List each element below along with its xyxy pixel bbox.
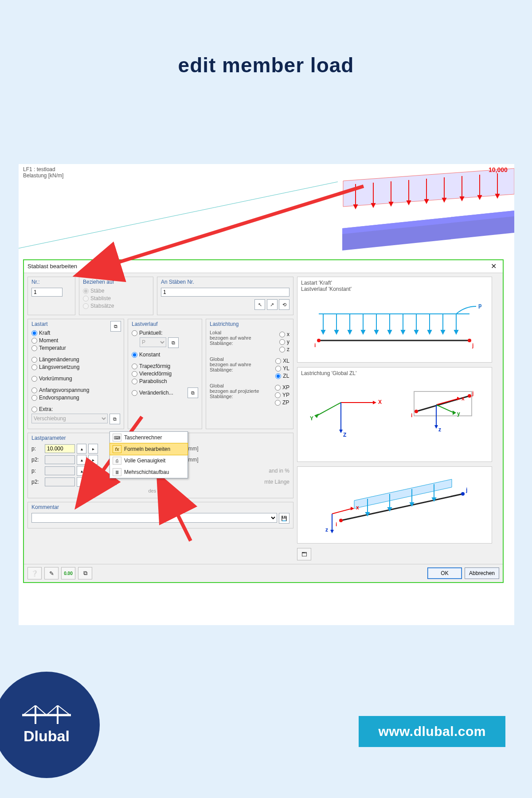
dir-x[interactable]: x [279,331,289,337]
lt-moment[interactable]: Moment [31,337,120,344]
lt-extra[interactable]: Extra: [31,406,120,412]
svg-marker-36 [401,330,405,334]
dir-xp[interactable]: XP [275,384,289,391]
ctx-full[interactable]: ⎙ Volle Genauigkeit [110,455,188,466]
refer-list: Stabliste [83,295,149,301]
close-icon[interactable]: ✕ [488,260,499,273]
punkt-info-icon[interactable]: ⧉ [168,337,179,348]
svg-marker-38 [415,330,418,334]
brand-url: www.dlubal.com [359,716,505,747]
svg-marker-24 [321,330,325,334]
lt-laengsv[interactable]: Längsversetzung [31,364,120,370]
help-icon[interactable]: ❔ [27,567,42,579]
mm1: [mm] [187,446,199,452]
ctx-calc[interactable]: ⌨ Taschenrechner [110,432,188,443]
units-icon[interactable]: 0.00 [61,567,75,579]
dir-zp[interactable]: ZP [275,399,289,406]
load-value-label: 10,000 [489,166,508,173]
svg-text:j: j [472,342,473,348]
note-pct: and in % [269,468,289,474]
edit-icon[interactable]: ✎ [44,567,59,579]
lv-trapez[interactable]: Trapezförmig [132,363,198,369]
svg-line-0 [19,182,338,248]
punkt-combo: P [140,337,166,347]
svg-marker-93 [330,530,334,533]
dir-xl[interactable]: XL [275,358,289,364]
svg-line-105 [58,705,70,715]
svg-marker-15 [442,198,446,202]
ok-button[interactable]: OK [427,567,462,579]
dialog-footer: ❔ ✎ 0.00 ⧉ OK Abbrechen [24,564,503,582]
svg-text:j: j [472,390,473,396]
note-stab: des Stabes [31,488,289,493]
nr-input[interactable] [31,288,63,297]
pick-icon[interactable]: ↖ [254,299,265,310]
veraend-edit-icon[interactable]: ⧉ [188,387,198,398]
p2-spin-icon: ▴ [77,455,86,465]
lt-endvor[interactable]: Endvorspannung [31,395,120,401]
dir-yp[interactable]: YP [275,392,289,398]
calculator-icon: ⌨ [113,434,121,442]
p-spin-up-icon[interactable]: ▴ [77,444,86,454]
lv-parab[interactable]: Parabolisch [132,378,198,384]
svg-point-76 [339,519,343,522]
svg-marker-7 [372,203,375,207]
lt-temp[interactable]: Temperatur [31,345,120,351]
note-len: mte Länge [264,479,289,485]
svg-marker-52 [373,401,376,404]
apply-icon[interactable]: 🗔 [297,548,311,560]
details-icon[interactable]: ⧉ [78,567,92,579]
loadtype-info-icon[interactable]: ⧉ [110,321,121,332]
svg-marker-58 [339,430,343,433]
svg-marker-73 [434,425,438,429]
pick2-icon[interactable]: ↗ [267,299,278,310]
svg-line-102 [23,705,35,715]
p2-input [45,455,75,464]
mm2: [mm] [187,457,199,463]
lv-konst[interactable]: Konstant [132,352,198,358]
cancel-button[interactable]: Abbrechen [465,567,499,579]
comment-input[interactable] [31,513,277,523]
svg-text:Y: Y [310,415,313,422]
onmembers-input[interactable] [161,288,289,297]
p-context-menu: ⌨ Taschenrechner fx Formeln bearbeiten ⎙… [110,431,188,478]
p-menu-icon[interactable]: ▸ [88,444,98,454]
nr-caption: Nr.: [31,279,71,285]
dir-zl[interactable]: ZL [275,373,289,379]
svg-point-47 [317,339,321,342]
refer-sets: Stabsätze [83,303,149,309]
dialog-titlebar: Stablast bearbeiten ✕ [24,260,503,273]
comment-caption: Kommentar [31,504,289,510]
richtung-caption: Lastrichtung [210,321,289,327]
svg-marker-42 [441,330,445,334]
comment-save-icon[interactable]: 💾 [279,513,289,524]
precision-icon: ⎙ [113,457,121,465]
brand-name: Dlubal [23,728,70,745]
svg-text:z: z [438,426,441,433]
lt-laengen[interactable]: Längenänderung [31,356,120,363]
lv-viereck[interactable]: Viereckförmig [132,371,198,377]
dir-y[interactable]: y [279,339,289,345]
dir-z[interactable]: z [279,346,289,352]
lt-vorkr[interactable]: Vorkrümmung [31,376,120,382]
svg-text:z: z [325,527,328,533]
ctx-multi[interactable]: ≣ Mehrschichtaufbau [110,466,188,478]
svg-point-48 [468,339,471,342]
extra-combo: Verschiebung [31,414,108,423]
svg-marker-90 [351,507,354,510]
p-input[interactable] [45,444,75,453]
dir-yl[interactable]: YL [275,365,289,372]
svg-marker-11 [407,201,411,204]
lv-punkt[interactable]: Punktuell: [132,330,198,336]
preview-member: i j x z [297,466,492,544]
refer-members: Stäbe [83,288,149,294]
lt-kraft[interactable]: Kraft [31,330,120,336]
ctx-formula[interactable]: fx Formeln bearbeiten [110,443,188,455]
undo-icon[interactable]: ⟲ [279,299,289,310]
svg-text:i: i [336,521,337,528]
svg-text:x: x [356,505,359,511]
extra-info-icon[interactable]: ⧉ [110,414,120,424]
svg-text:x: x [462,395,465,402]
lt-anfang[interactable]: Anfangsvorspannung [31,387,120,393]
svg-marker-21 [496,194,499,198]
